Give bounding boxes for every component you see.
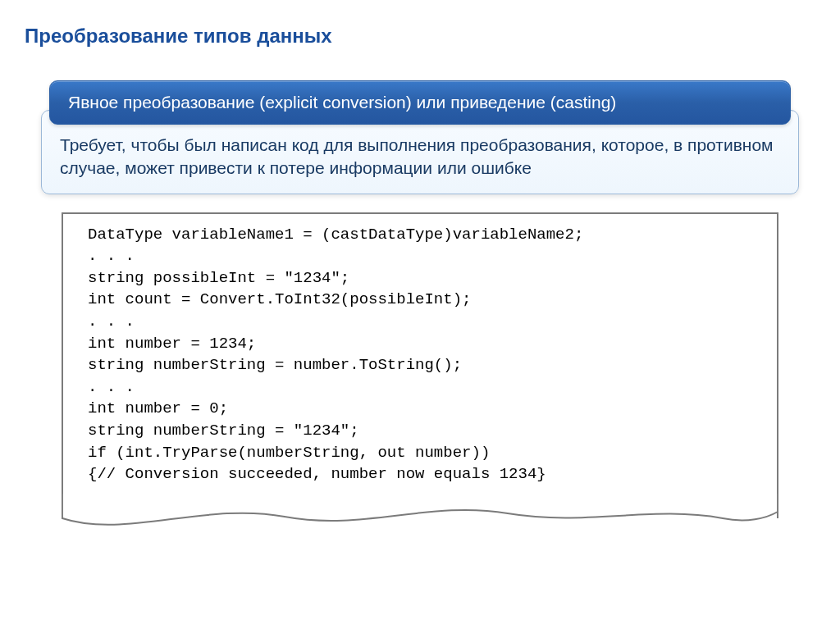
code-container: DataType variableName1 = (castDataType)v…	[62, 212, 778, 543]
code-block: DataType variableName1 = (castDataType)v…	[62, 212, 778, 518]
section-banner: Явное преобразование (explicit conversio…	[49, 80, 791, 125]
page-title: Преобразование типов данных	[25, 25, 815, 48]
